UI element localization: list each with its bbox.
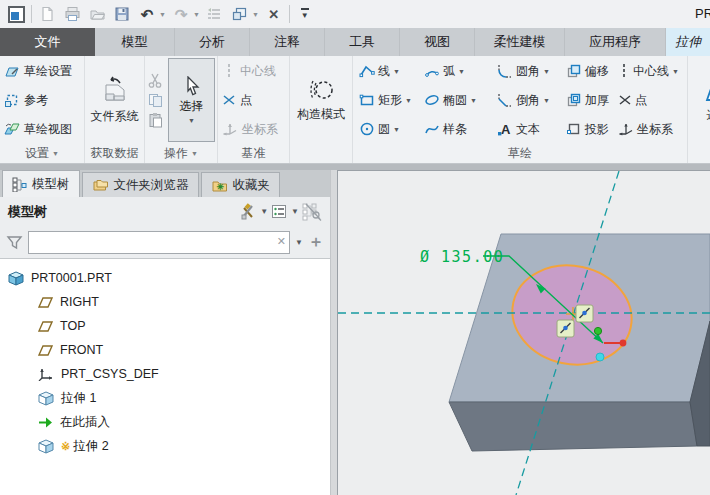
tree-search-icon[interactable] [302,203,322,221]
circle-dropdown-arrow[interactable]: ▼ [393,126,400,133]
fillet-dropdown-arrow[interactable]: ▼ [543,68,550,75]
filter-add-button[interactable]: ＋ [308,234,324,250]
save-button[interactable] [112,4,132,24]
dimension-drag-badge[interactable] [576,305,593,322]
close-window-button[interactable]: ✕ [264,4,284,24]
filter-funnel-icon[interactable] [6,234,23,250]
sketch-point-button[interactable]: 点 [616,86,687,115]
panel-splitter[interactable] [330,170,337,495]
copy-icon[interactable] [147,92,164,109]
rectangle-tool-button[interactable]: 矩形▼ [357,86,422,115]
chamfer-tool-button[interactable]: 倒角▼ [495,86,564,115]
tree-settings-icon[interactable] [271,203,288,220]
tab-extrude[interactable]: 拉伸 [666,28,710,56]
tree-item-part[interactable]: PRT0001.PRT [0,266,330,290]
tree-settings-dropdown-arrow[interactable]: ▼ [291,207,299,216]
datum-point-button[interactable]: 点 [218,86,282,115]
block-front-face[interactable] [449,402,697,451]
fillet-tool-button[interactable]: 圆角▼ [495,57,564,86]
tab-analysis[interactable]: 分析 [175,28,250,56]
tree-item-extrude-2[interactable]: ※ 拉伸 2 [0,434,330,458]
line-dropdown-arrow[interactable]: ▼ [393,68,400,75]
line-tool-label: 线 [378,63,390,80]
datum-csys-button[interactable]: 坐标系 [218,115,282,144]
ellipse-tool-button[interactable]: 椭圆▼ [422,86,495,115]
select-cursor-icon [182,76,202,96]
tab-flexible-modeling[interactable]: 柔性建模 [475,28,565,56]
select-button[interactable]: 选择 ▼ [168,58,215,142]
tab-folder-browser[interactable]: 文件夹浏览器 [82,172,199,197]
tree-item-csys[interactable]: PRT_CSYS_DEF [0,362,330,386]
tab-file[interactable]: 文件 [0,28,95,56]
sketch-view-button[interactable]: 草绘视图 [0,115,76,144]
vertex-handle-cyan[interactable] [596,353,604,361]
tree-item-extrude-1[interactable]: 拉伸 1 [0,386,330,410]
depth-handle-green[interactable] [594,327,601,334]
sketch-csys-button[interactable]: 坐标系 [616,115,687,144]
tree-tools-dropdown-arrow[interactable]: ▼ [260,207,268,216]
redo-dropdown-arrow[interactable]: ▼ [193,11,200,18]
palette-button[interactable]: 选项 [700,56,710,144]
project-tool-button[interactable]: 投影 [564,115,616,144]
text-tool-button[interactable]: A 文本 [495,115,564,144]
construction-mode-button[interactable]: 构造模式 [293,56,349,144]
offset-tool-button[interactable]: 偏移 [564,57,616,86]
sketch-centerline-button[interactable]: 中心线▼ [616,57,687,86]
dimension-drag-badge[interactable] [557,320,574,337]
tab-model-tree[interactable]: 模型树 [2,170,80,197]
datum-plane-icon [38,344,53,357]
rectangle-dropdown-arrow[interactable]: ▼ [405,97,412,104]
centerline-dropdown-arrow[interactable]: ▼ [672,68,679,75]
print-button[interactable] [62,4,82,24]
filter-clear-icon[interactable]: ✕ [277,235,286,248]
tree-tools-icon[interactable] [239,203,257,220]
tab-view[interactable]: 视图 [400,28,475,56]
chamfer-dropdown-arrow[interactable]: ▼ [543,97,550,104]
select-dropdown-arrow[interactable]: ▼ [188,117,195,124]
references-icon [4,92,20,108]
diameter-dimension-text[interactable]: Ø 135.00 [420,248,504,266]
tree-item-right-plane[interactable]: RIGHT [0,290,330,314]
filter-dropdown-arrow[interactable]: ▼ [295,238,303,247]
tab-applications[interactable]: 应用程序 [565,28,666,56]
undo-dropdown-arrow[interactable]: ▼ [159,11,166,18]
group-palette: 选项 [688,56,710,163]
thicken-tool-label: 加厚 [585,92,609,109]
tree-item-top-plane[interactable]: TOP [0,314,330,338]
line-tool-button[interactable]: 线▼ [357,57,422,86]
group-label-operations[interactable]: 操作▼ [145,144,217,163]
windows-dropdown-arrow[interactable]: ▼ [252,11,259,18]
cut-icon[interactable] [147,72,164,89]
tab-tools[interactable]: 工具 [325,28,400,56]
windows-button[interactable] [230,4,250,24]
spline-tool-button[interactable]: 样条 [422,115,495,144]
graphics-viewport[interactable]: Ø 135.00 [337,170,710,495]
sketch-setup-button[interactable]: 草绘设置 [0,57,76,86]
tree-item-label: 在此插入 [60,414,110,431]
tab-annotate[interactable]: 注释 [250,28,325,56]
arc-tool-button[interactable]: 弧▼ [422,57,495,86]
paste-icon[interactable] [147,112,164,129]
regenerate-button[interactable] [205,4,225,24]
undo-button[interactable]: ↶ [137,4,157,24]
group-label-setup[interactable]: 设置▼ [0,144,84,163]
datum-centerline-button[interactable]: 中心线 [218,57,282,86]
arc-dropdown-arrow[interactable]: ▼ [458,68,465,75]
tree-item-front-plane[interactable]: FRONT [0,338,330,362]
tree-filter-input[interactable] [28,231,290,254]
references-button[interactable]: 参考 [0,86,76,115]
open-button[interactable] [87,4,107,24]
datum-point-label: 点 [240,92,252,109]
navigator-toggle-button[interactable] [6,4,26,24]
tree-item-insert-here[interactable]: 在此插入 [0,410,330,434]
file-system-button[interactable]: 文件系统 [87,56,143,144]
circle-tool-button[interactable]: 圆▼ [357,115,422,144]
tab-favorites[interactable]: ✳ 收藏夹 [201,172,281,197]
new-file-button[interactable] [37,4,57,24]
redo-button[interactable]: ↷ [171,4,191,24]
tab-model[interactable]: 模型 [95,28,175,56]
thicken-tool-button[interactable]: 加厚 [564,86,616,115]
ellipse-dropdown-arrow[interactable]: ▼ [470,97,477,104]
drag-handle-red[interactable] [620,340,627,347]
toolbar-overflow-button[interactable]: ▼ [295,4,315,24]
